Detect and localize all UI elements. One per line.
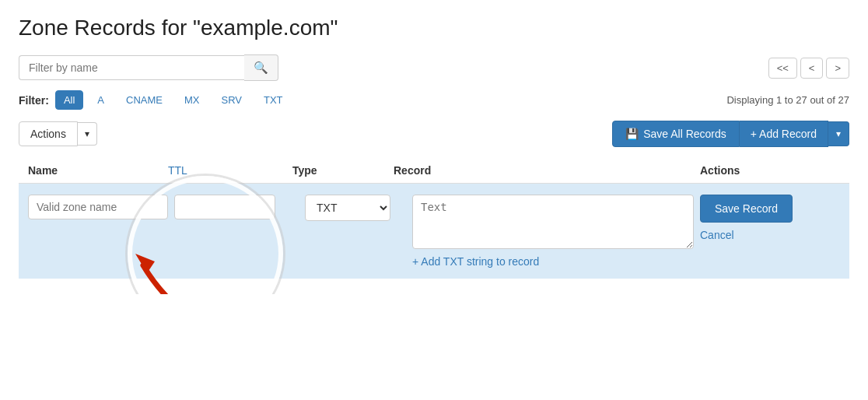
filter-btn-mx[interactable]: MX [177,91,208,109]
search-button[interactable]: 🔍 [244,54,278,81]
type-cell: TXT A AAAA CNAME MX NS PTR SOA SRV [305,195,406,221]
top-toolbar: 🔍 << < > [19,54,849,81]
save-icon: 💾 [625,128,639,140]
type-select[interactable]: TXT A AAAA CNAME MX NS PTR SOA SRV [305,195,390,221]
search-area: 🔍 [19,54,278,81]
col-actions: Actions [700,164,840,177]
filter-btn-srv[interactable]: SRV [213,91,250,109]
record-cell: + Add TXT string to record [412,195,694,268]
right-buttons: 💾 Save All Records + Add Record ▾ [612,121,849,147]
ttl-cell: 1200 [174,195,299,219]
add-record-caret-button[interactable]: ▾ [828,121,849,146]
actions-dropdown: Actions ▾ [19,121,97,146]
first-page-button[interactable]: << [768,58,797,79]
filter-row: Filter: All A CNAME MX SRV TXT Displayin… [19,90,849,110]
col-name: Name [28,164,168,177]
cancel-button[interactable]: Cancel [700,229,734,241]
pagination-area: << < > [768,58,849,79]
name-input[interactable] [28,195,168,219]
records-table: Name TTL Type Record Actions 1200 TXT A … [19,158,849,279]
svg-marker-0 [135,254,155,273]
prev-page-button[interactable]: < [800,58,824,79]
filter-btn-all[interactable]: All [55,90,83,110]
filter-left: Filter: All A CNAME MX SRV TXT [19,90,291,110]
new-record-row: 1200 TXT A AAAA CNAME MX NS PTR SOA SRV … [19,184,849,279]
col-record: Record [394,164,700,177]
col-ttl: TTL [168,164,292,177]
add-record-button[interactable]: + Add Record [740,121,828,147]
filter-btn-txt[interactable]: TXT [256,91,291,109]
table-header: Name TTL Type Record Actions [19,158,849,184]
ttl-input[interactable]: 1200 [174,195,275,219]
add-txt-link[interactable]: + Add TXT string to record [412,255,694,268]
save-all-records-button[interactable]: 💾 Save All Records [612,121,740,147]
filter-btn-a[interactable]: A [89,91,112,109]
search-input[interactable] [19,55,244,80]
filter-btn-cname[interactable]: CNAME [118,91,170,109]
col-type: Type [292,164,394,177]
actions-button[interactable]: Actions [19,121,78,146]
actions-caret-button[interactable]: ▾ [78,122,97,146]
display-info: Displaying 1 to 27 out of 27 [726,94,849,106]
filter-label: Filter: [19,94,49,107]
actions-row: Actions ▾ 💾 Save All Records + Add Recor… [19,121,849,147]
next-page-button[interactable]: > [826,58,849,79]
save-all-label: Save All Records [643,128,726,140]
annotation-arrow [104,226,229,294]
page-title: Zone Records for "example.com" [19,16,849,40]
row-actions-cell: Save Record Cancel [700,195,840,241]
record-textarea[interactable] [412,195,694,249]
save-record-button[interactable]: Save Record [700,195,793,223]
annotation-circle [128,176,283,294]
name-cell [28,195,168,219]
